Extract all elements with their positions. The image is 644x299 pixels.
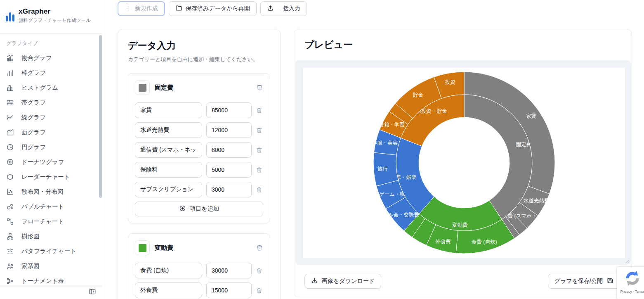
sidebar-item-radar-chart[interactable]: レーダーチャート [0, 169, 103, 184]
preview-actions: 画像をダウンロード グラフを保存/公開 [294, 274, 632, 289]
item-value-input[interactable] [206, 162, 252, 178]
category-name: 固定費 [155, 84, 251, 92]
sidebar-item-histogram[interactable]: ヒストグラム [0, 80, 103, 95]
item-name-input[interactable] [135, 162, 202, 178]
sidebar-item-label: フローチャート [21, 218, 64, 225]
sidebar-item-donut-chart[interactable]: ドーナツグラフ [0, 154, 103, 169]
svg-text:投資: 投資 [445, 79, 455, 85]
pie-chart-icon [6, 143, 14, 151]
svg-text:水道光熱費: 水道光熱費 [524, 198, 550, 204]
svg-text:飲み会・交際費: 飲み会・交際費 [383, 212, 419, 218]
delete-item-button[interactable] [256, 267, 263, 274]
sidebar-item-label: 帯グラフ [21, 99, 46, 107]
sidebar-item-area-chart[interactable]: 面グラフ [0, 125, 103, 140]
item-row [135, 142, 263, 158]
sidebar-item-scatter-plot[interactable]: 散布図・分布図 [0, 184, 103, 199]
item-name-input[interactable] [135, 122, 202, 138]
category-name: 変動費 [155, 244, 251, 252]
item-name-input[interactable] [135, 142, 202, 158]
recaptcha-privacy-terms: Privacy - Terms [617, 290, 644, 294]
data-input-panel: データ入力 カテゴリーと項目を自由に追加・編集してください。 固定費項目を追加変… [118, 29, 281, 299]
item-name-input[interactable] [135, 182, 202, 197]
delete-item-button[interactable] [256, 186, 263, 193]
upload-icon [267, 5, 274, 13]
app-root: xGrapher 無料グラフ・チャート作成ツール グラフタイプ 複合グラフ棒グラ… [0, 0, 644, 299]
item-value-input[interactable] [206, 263, 252, 278]
sidebar-item-label: トーナメント表 [21, 277, 64, 285]
svg-text:旅行: 旅行 [377, 166, 388, 172]
sidebar-item-label: 複合グラフ [21, 54, 52, 62]
item-value-input[interactable] [206, 122, 252, 138]
trash-icon [256, 247, 263, 253]
sidebar-item-pie-chart[interactable]: 円グラフ [0, 140, 103, 154]
graph-type-section-label: グラフタイプ [6, 40, 103, 47]
item-name-input[interactable] [135, 102, 202, 118]
sidebar-item-flowchart[interactable]: フローチャート [0, 214, 103, 229]
save-icon [606, 277, 613, 285]
sidebar-item-combo-chart[interactable]: 複合グラフ [0, 50, 103, 65]
item-name-input[interactable] [135, 282, 202, 298]
sidebar-footer [0, 285, 103, 299]
item-value-input[interactable] [206, 282, 252, 298]
item-value-input[interactable] [206, 102, 252, 118]
download-image-button[interactable]: 画像をダウンロード [304, 274, 381, 289]
category-header: 変動費 [135, 240, 263, 255]
item-row [135, 162, 263, 178]
category-color-swatch[interactable] [135, 80, 150, 95]
sidebar-item-label: 円グラフ [21, 143, 46, 151]
add-item-label: 項目を追加 [190, 205, 219, 213]
item-row [135, 122, 263, 138]
item-value-input[interactable] [206, 142, 252, 158]
add-item-button[interactable]: 項目を追加 [135, 202, 263, 216]
delete-item-button[interactable] [256, 147, 263, 154]
save-publish-button[interactable]: グラフを保存/公開 [548, 274, 620, 289]
trash-icon [256, 86, 263, 93]
sidebar-item-butterfly-chart[interactable]: バタフライチャート [0, 244, 103, 259]
svg-text:変動費: 変動費 [452, 222, 468, 228]
item-row [135, 263, 263, 278]
delete-category-button[interactable] [256, 244, 263, 252]
trash-icon [256, 149, 263, 155]
category-color-swatch[interactable] [135, 240, 150, 255]
main-area: 新規作成 保存済みデータから再開 一括入力 データ入力 カテゴリーと項目を自由に… [103, 0, 644, 299]
sidebar-scrollbar[interactable] [99, 35, 102, 198]
donut-chart-icon [6, 158, 14, 166]
resize-handle[interactable] [625, 259, 630, 263]
sidebar-item-tree-diagram[interactable]: 樹形図 [0, 229, 103, 244]
download-icon [311, 277, 318, 285]
trash-icon [256, 188, 263, 195]
item-value-input[interactable] [206, 182, 252, 197]
delete-item-button[interactable] [256, 287, 263, 294]
recaptcha-badge[interactable]: Privacy - Terms [617, 267, 644, 299]
bulk-input-button[interactable]: 一括入力 [260, 1, 307, 16]
trash-icon [256, 289, 263, 295]
sidebar-item-band-chart[interactable]: 帯グラフ [0, 95, 103, 110]
delete-item-button[interactable] [256, 166, 263, 173]
svg-text:外食費: 外食費 [435, 239, 451, 244]
trash-icon [256, 129, 263, 135]
collapse-sidebar-button[interactable] [88, 288, 97, 297]
app-logo: xGrapher 無料グラフ・チャート作成ツール [0, 0, 103, 33]
sidebar-item-label: ヒストグラム [21, 84, 58, 92]
preview-title: プレビュー [304, 38, 353, 51]
delete-item-button[interactable] [256, 107, 263, 114]
bar-chart-logo-icon [6, 9, 14, 21]
sidebar-item-line-chart[interactable]: 線グラフ [0, 110, 103, 125]
sidebar-item-label: 散布図・分布図 [21, 188, 64, 196]
item-name-input[interactable] [135, 263, 202, 278]
sidebar-item-bubble-chart[interactable]: バブルチャート [0, 199, 103, 214]
band-chart-icon [6, 99, 14, 107]
sidebar-item-label: バタフライチャート [21, 247, 76, 255]
resume-saved-data-button[interactable]: 保存済みデータから再開 [169, 1, 257, 16]
sidebar-item-label: バブルチャート [21, 203, 64, 211]
delete-item-button[interactable] [256, 127, 263, 134]
svg-text:貯金: 貯金 [413, 92, 424, 98]
sidebar-item-label: 面グラフ [21, 128, 46, 136]
delete-category-button[interactable] [256, 84, 263, 91]
new-graph-button[interactable]: 新規作成 [118, 1, 165, 16]
sidebar-item-family-tree[interactable]: 家系図 [0, 259, 103, 273]
item-row [135, 182, 263, 197]
trash-icon [256, 269, 263, 275]
sidebar-item-bar-chart[interactable]: 棒グラフ [0, 65, 103, 80]
chart-canvas: 固定費変動費交際・娯楽自己投資・貯金家賃水道光熱費通信費 (スマホ・ネット)食費… [295, 60, 631, 265]
